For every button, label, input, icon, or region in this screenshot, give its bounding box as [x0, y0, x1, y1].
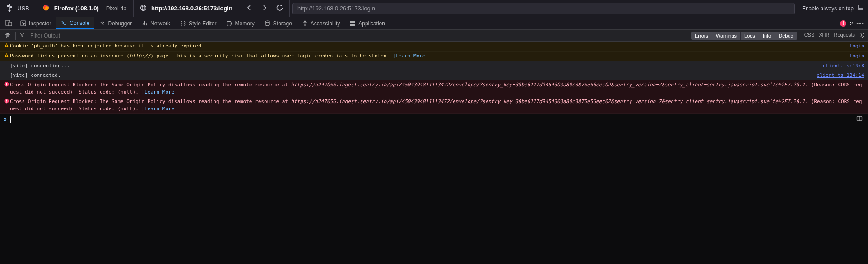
error-icon — [4, 99, 9, 106]
svg-rect-9 — [9, 22, 12, 26]
forward-button[interactable] — [261, 4, 268, 13]
tab-accessibility[interactable]: Accessibility — [297, 17, 344, 29]
nav-section — [239, 0, 290, 17]
svg-rect-2 — [10, 7, 11, 8]
console-messages: Cookie "pb_auth" has been rejected becau… — [0, 42, 868, 114]
browser-name: Firefox (108.1.0) — [54, 5, 99, 12]
always-on-top-label: Enable always on top — [802, 5, 854, 12]
devtabs-right: ! 2 ••• — [840, 17, 868, 29]
tab-inspector[interactable]: Inspector — [16, 17, 56, 29]
url-input[interactable] — [292, 3, 795, 14]
svg-rect-21 — [6, 54, 7, 56]
error-count-badge[interactable]: ! — [840, 20, 846, 27]
message-body: Cookie "pb_auth" has been rejected becau… — [10, 42, 840, 50]
svg-point-1 — [7, 5, 8, 6]
console-toolbar: Errors Warnings Logs Info Debug CSS XHR … — [0, 30, 868, 42]
svg-rect-14 — [350, 21, 353, 23]
tab-console-label: Console — [70, 20, 89, 26]
tab-console[interactable]: Console — [56, 17, 94, 29]
prompt-chevron-icon: » — [4, 116, 7, 123]
page-url-label: http://192.168.0.26:5173/login — [151, 5, 232, 12]
level-filter-group: Errors Warnings Logs Info Debug — [691, 32, 797, 40]
svg-rect-25 — [6, 85, 7, 85]
console-input[interactable] — [12, 116, 854, 122]
svg-rect-22 — [6, 56, 7, 57]
message-body: Cross-Origin Request Blocked: The Same O… — [10, 81, 864, 96]
filter-requests[interactable]: Requests — [834, 32, 855, 39]
usb-icon — [6, 4, 13, 13]
tab-style-label: Style Editor — [189, 20, 216, 27]
level-info[interactable]: Info — [759, 32, 775, 40]
svg-rect-15 — [353, 21, 355, 23]
page-url-section: http://192.168.0.26:5173/login — [134, 0, 239, 17]
warning-icon — [4, 43, 9, 50]
svg-rect-17 — [353, 24, 355, 26]
console-message: [vite] connected. client.ts:134:14 — [0, 71, 868, 80]
message-source[interactable]: client.ts:19:8 — [813, 62, 864, 70]
learn-more-link[interactable]: [Learn More] — [141, 89, 177, 95]
learn-more-link[interactable]: [Learn More] — [393, 53, 428, 59]
tab-memory[interactable]: Memory — [222, 17, 259, 29]
message-source[interactable]: login — [840, 42, 864, 50]
tab-application-label: Application — [358, 20, 385, 27]
tab-application[interactable]: Application — [345, 17, 390, 29]
back-button[interactable] — [246, 4, 253, 13]
message-body: Cross-Origin Request Blocked: The Same O… — [10, 98, 864, 113]
tab-style-editor[interactable]: Style Editor — [176, 17, 221, 29]
svg-rect-24 — [6, 83, 7, 85]
message-body: [vite] connected. — [10, 72, 808, 79]
filter-css[interactable]: CSS — [804, 32, 815, 39]
console-prompt[interactable]: » — [0, 114, 868, 125]
tab-debugger[interactable]: Debugger — [95, 17, 136, 29]
clear-button[interactable] — [3, 31, 13, 41]
svg-rect-16 — [350, 24, 353, 26]
devtools-tabs: Inspector Console Debugger Network Style… — [0, 17, 868, 30]
responsive-icon[interactable] — [3, 19, 15, 28]
svg-point-13 — [304, 21, 306, 22]
firefox-icon — [42, 4, 50, 13]
tab-debugger-label: Debugger — [108, 20, 132, 27]
cursor — [10, 116, 11, 123]
console-message: Cookie "pb_auth" has been rejected becau… — [0, 42, 868, 52]
svg-rect-28 — [6, 102, 7, 102]
settings-icon[interactable] — [859, 32, 865, 39]
connection-section: USB — [0, 0, 36, 17]
filter-input[interactable] — [28, 32, 119, 40]
message-body: Password fields present on an insecure (… — [10, 52, 840, 60]
error-count: 2 — [850, 21, 853, 26]
browser-section: Firefox (108.1.0) Pixel 4a — [36, 0, 134, 17]
message-body: [vite] connecting... — [10, 62, 813, 70]
svg-point-18 — [862, 34, 863, 36]
console-message: Cross-Origin Request Blocked: The Same O… — [0, 80, 868, 97]
device-name: Pixel 4a — [106, 5, 127, 12]
level-errors[interactable]: Errors — [691, 32, 712, 40]
learn-more-link[interactable]: [Learn More] — [141, 106, 177, 112]
console-message: Cross-Origin Request Blocked: The Same O… — [0, 97, 868, 114]
split-console-icon[interactable] — [854, 115, 864, 123]
level-debug[interactable]: Debug — [775, 32, 797, 40]
message-source[interactable]: login — [840, 52, 864, 60]
always-on-top[interactable]: Enable always on top — [798, 5, 868, 12]
message-source[interactable]: client.ts:134:14 — [808, 72, 864, 79]
svg-rect-27 — [6, 99, 7, 101]
level-logs[interactable]: Logs — [741, 32, 759, 40]
connection-label: USB — [17, 5, 29, 12]
tab-a11y-label: Accessibility — [311, 20, 340, 27]
tab-inspector-label: Inspector — [29, 20, 51, 27]
warning-icon — [4, 53, 9, 60]
toolbar-right: CSS XHR Requests — [804, 32, 865, 39]
tab-memory-label: Memory — [235, 20, 254, 27]
svg-point-12 — [265, 21, 269, 23]
tab-network[interactable]: Network — [137, 17, 175, 29]
svg-rect-20 — [6, 47, 7, 47]
window-icon — [857, 5, 863, 12]
globe-icon — [140, 5, 147, 13]
svg-rect-19 — [6, 45, 7, 46]
meatballs-icon[interactable]: ••• — [856, 20, 864, 27]
level-warnings[interactable]: Warnings — [712, 32, 741, 40]
filter-xhr[interactable]: XHR — [819, 32, 829, 39]
tab-storage-label: Storage — [273, 20, 292, 27]
reload-button[interactable] — [276, 5, 283, 13]
remote-debug-bar: USB Firefox (108.1.0) Pixel 4a http://19… — [0, 0, 868, 17]
tab-storage[interactable]: Storage — [260, 17, 297, 29]
